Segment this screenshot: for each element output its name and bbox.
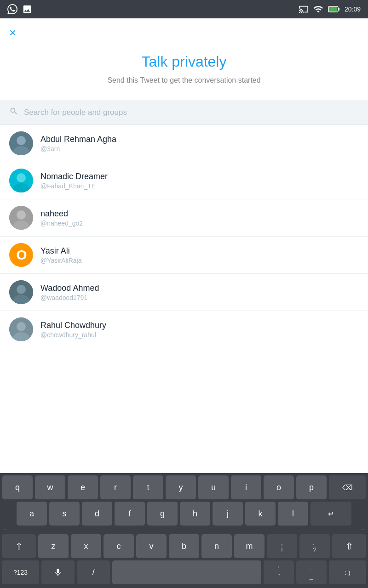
key-shift-left[interactable]: ⇧ (2, 534, 36, 558)
search-icon (9, 107, 18, 118)
avatar (9, 131, 33, 155)
avatar (9, 169, 33, 192)
key-apostrophe[interactable]: '" (264, 560, 294, 584)
avatar: O (9, 243, 33, 267)
key-o[interactable]: o (264, 475, 294, 499)
keyboard-row-2: a s d f g h j k l ↵ (0, 499, 368, 526)
key-g[interactable]: g (147, 502, 178, 526)
contact-name: Nomadic Dreamer (40, 172, 359, 181)
contact-info: Yasir Ali @YasirAliRaja (40, 246, 359, 264)
key-d[interactable]: d (82, 502, 112, 526)
key-x[interactable]: x (71, 534, 101, 558)
key-w[interactable]: w (35, 475, 65, 499)
list-item[interactable]: Nomadic Dreamer @Fahad_Khan_TE (0, 162, 368, 199)
contact-handle: @3arn (40, 145, 359, 153)
status-bar-right-icons: 20:09 (299, 4, 361, 14)
list-item[interactable]: Rahul Chowdhury @chowdhury_rahul (0, 311, 368, 348)
contact-handle: @chowdhury_rahul (40, 331, 359, 339)
key-k[interactable]: k (245, 502, 276, 526)
key-l[interactable]: l (278, 502, 308, 526)
key-q[interactable]: q (2, 475, 33, 499)
key-i[interactable]: i (231, 475, 261, 499)
contact-info: Nomadic Dreamer @Fahad_Khan_TE (40, 172, 359, 190)
key-j[interactable]: j (213, 502, 243, 526)
key-p[interactable]: p (296, 475, 327, 499)
key-f[interactable]: f (115, 502, 145, 526)
key-t[interactable]: t (133, 475, 163, 499)
title-section: Talk privately Send this Tweet to get th… (0, 46, 368, 100)
search-input[interactable] (24, 108, 359, 117)
key-a[interactable]: a (17, 502, 47, 526)
keyboard: q w e r t y u i o p ⌫ a s d f g h j k l … (0, 473, 368, 588)
row-dots: ... ... (0, 526, 368, 532)
battery-icon (328, 4, 340, 14)
key-microphone[interactable] (41, 560, 75, 584)
status-bar: 20:09 (0, 0, 368, 18)
svg-point-10 (17, 210, 26, 220)
svg-point-7 (17, 173, 26, 182)
svg-point-16 (17, 322, 26, 331)
keyboard-bottom-row: ?123 / '" -_ :-) (0, 558, 368, 588)
contact-info: naheed @naheed_go2 (40, 209, 359, 227)
key-v[interactable]: v (136, 534, 167, 558)
whatsapp-icon (7, 4, 17, 14)
contact-handle: @naheed_go2 (40, 220, 359, 227)
keyboard-row-1: q w e r t y u i o p ⌫ (0, 473, 368, 499)
list-item[interactable]: Wadood Ahmed @waadood1791 (0, 274, 368, 311)
key-u[interactable]: u (198, 475, 229, 499)
header: × (0, 18, 368, 46)
contact-handle: @waadood1791 (40, 294, 359, 301)
key-b[interactable]: b (169, 534, 199, 558)
key-enter[interactable]: ↵ (310, 502, 351, 526)
key-e[interactable]: e (68, 475, 98, 499)
svg-rect-1 (338, 8, 339, 11)
key-r[interactable]: r (100, 475, 131, 499)
status-bar-left-icons (7, 4, 32, 14)
svg-rect-2 (329, 7, 337, 11)
avatar (9, 317, 33, 341)
contact-handle: @YasirAliRaja (40, 257, 359, 264)
svg-point-4 (17, 136, 26, 145)
close-button[interactable]: × (9, 27, 16, 39)
key-slash[interactable]: / (77, 560, 110, 584)
key-backspace[interactable]: ⌫ (329, 475, 366, 499)
contact-name: Rahul Chowdhury (40, 321, 359, 330)
contact-name: Wadood Ahmed (40, 283, 359, 293)
key-s[interactable]: s (49, 502, 80, 526)
avatar (9, 206, 33, 230)
key-m[interactable]: m (234, 534, 264, 558)
key-z[interactable]: z (38, 534, 69, 558)
key-comma[interactable]: ,! (267, 534, 297, 558)
gallery-icon (22, 4, 32, 14)
contact-name: naheed (40, 209, 359, 219)
page-title: Talk privately (9, 53, 359, 70)
contact-list: Abdul Rehman Agha @3arn Nomadic Dreamer … (0, 125, 368, 348)
search-bar[interactable] (0, 100, 368, 125)
contact-name: Yasir Ali (40, 246, 359, 256)
key-hyphen[interactable]: -_ (296, 560, 327, 584)
list-item[interactable]: Abdul Rehman Agha @3arn (0, 125, 368, 162)
keyboard-row-3: ⇧ z x c v b n m ,! .? ⇧ (0, 532, 368, 558)
contact-info: Rahul Chowdhury @chowdhury_rahul (40, 321, 359, 339)
key-y[interactable]: y (166, 475, 196, 499)
svg-point-13 (17, 285, 26, 294)
key-h[interactable]: h (180, 502, 210, 526)
key-num[interactable]: ?123 (2, 560, 39, 584)
list-item[interactable]: naheed @naheed_go2 (0, 199, 368, 237)
key-shift-right[interactable]: ⇧ (332, 534, 366, 558)
contact-name: Abdul Rehman Agha (40, 135, 359, 144)
contact-handle: @Fahad_Khan_TE (40, 182, 359, 190)
contact-info: Abdul Rehman Agha @3arn (40, 135, 359, 153)
contact-info: Wadood Ahmed @waadood1791 (40, 283, 359, 301)
key-c[interactable]: c (104, 534, 134, 558)
list-item[interactable]: O Yasir Ali @YasirAliRaja (0, 237, 368, 274)
key-n[interactable]: n (201, 534, 232, 558)
cast-icon (299, 4, 309, 14)
key-period[interactable]: .? (299, 534, 330, 558)
time-display: 20:09 (345, 6, 361, 13)
key-space[interactable] (112, 560, 261, 584)
wifi-icon (313, 4, 323, 14)
avatar (9, 280, 33, 304)
key-smiley[interactable]: :-) (329, 560, 366, 584)
page-subtitle: Send this Tweet to get the conversation … (9, 75, 359, 86)
